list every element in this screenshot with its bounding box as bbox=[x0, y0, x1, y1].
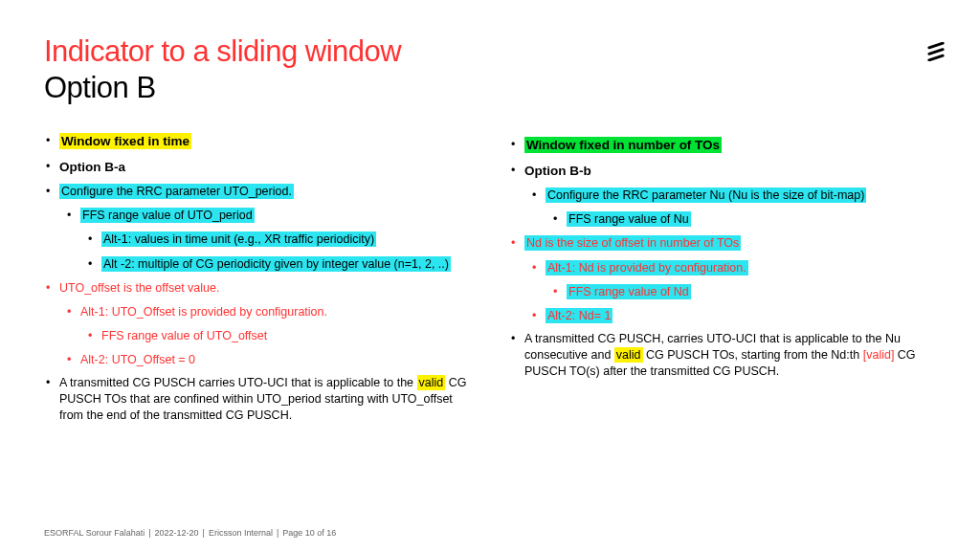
list-item: FFS range value of Nd bbox=[551, 283, 936, 300]
content-columns: Window fixed in time Option B-a Configur… bbox=[44, 132, 936, 430]
footer-classification: Ericsson Internal bbox=[209, 528, 273, 538]
left-heading-2: Option B-a bbox=[44, 158, 471, 177]
list-item: Alt-1: UTO_Offset is provided by configu… bbox=[65, 303, 471, 320]
list-item: FFS range value of UTO_offset bbox=[86, 327, 471, 344]
list-item: Alt-2: UTO_Offset = 0 bbox=[65, 351, 471, 368]
slide-subtitle: Option B bbox=[44, 71, 936, 105]
list-item: FFS range value of Nu bbox=[551, 210, 936, 228]
left-paragraph: A transmitted CG PUSCH carries UTO-UCI t… bbox=[44, 375, 471, 424]
left-heading-1: Window fixed in time bbox=[44, 132, 471, 151]
slide-title: Indicator to a sliding window bbox=[44, 34, 936, 69]
footer-date: 2022-12-20 bbox=[155, 528, 199, 538]
list-item: Alt-2: Nd= 1 bbox=[530, 307, 936, 324]
right-column: Window fixed in number of TOs Option B-b… bbox=[509, 132, 936, 430]
list-item: Configure the RRC parameter UTO_period. bbox=[44, 183, 471, 200]
list-item: Alt-1: Nd is provided by configuration. bbox=[530, 259, 936, 276]
slide: Indicator to a sliding window Option B W… bbox=[0, 0, 980, 551]
right-paragraph: A transmitted CG PUSCH, carries UTO-UCI … bbox=[509, 331, 936, 380]
list-item: Nd is the size of offset in number of TO… bbox=[509, 234, 936, 252]
slide-footer: ESORFAL Sorour Falahati|2022-12-20|Erics… bbox=[44, 528, 336, 538]
list-item: UTO_offset is the offset value. bbox=[44, 279, 471, 297]
ericsson-logo-icon bbox=[926, 42, 946, 61]
left-column: Window fixed in time Option B-a Configur… bbox=[44, 132, 471, 430]
footer-author: ESORFAL Sorour Falahati bbox=[44, 528, 145, 538]
list-item: FFS range value of UTO_period bbox=[65, 207, 471, 224]
right-heading-2: Option B-b bbox=[509, 162, 936, 181]
right-heading-1: Window fixed in number of TOs bbox=[509, 136, 936, 155]
list-item: Alt -2: multiple of CG periodicity given… bbox=[86, 255, 471, 273]
list-item: Alt-1: values in time unit (e.g., XR tra… bbox=[86, 231, 471, 248]
footer-page: Page 10 of 16 bbox=[282, 528, 336, 538]
list-item: Configure the RRC parameter Nu (Nu is th… bbox=[530, 187, 936, 204]
